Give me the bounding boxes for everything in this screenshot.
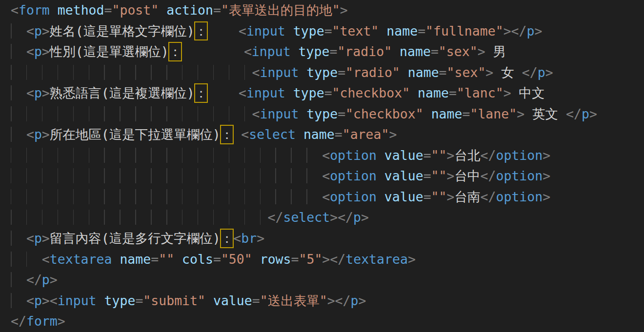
token-attribute-name: cols — [182, 252, 213, 267]
token-attribute-name: name — [408, 65, 439, 80]
code-line[interactable]: <option value="">台中</option> — [11, 166, 644, 187]
token-punctuation: < — [239, 85, 246, 100]
token-punctuation: > — [58, 313, 65, 329]
code-line[interactable]: </p> — [11, 270, 644, 291]
token-text: 姓名(這是單格文字欄位) — [50, 23, 195, 39]
indent-whitespace — [11, 252, 42, 267]
code-line[interactable]: <p>留言內容(這是多行文字欄位)：<br> — [11, 228, 644, 249]
token-text — [205, 293, 213, 308]
token-tag-name: input — [246, 23, 285, 39]
code-line[interactable]: <input type="radio" name="sex"> 女 </p> — [11, 62, 644, 83]
token-punctuation: </ — [481, 168, 496, 183]
token-text: 中文 — [511, 85, 545, 100]
token-punctuation: > — [503, 23, 511, 39]
token-attribute-name: type — [299, 44, 330, 59]
token-punctuation: > — [543, 148, 550, 163]
token-punctuation: </ — [330, 252, 345, 267]
token-punctuation: </ — [481, 148, 496, 163]
token-string: "fullname" — [425, 23, 503, 39]
token-punctuation: < — [322, 148, 330, 163]
token-punctuation: > — [589, 106, 597, 121]
token-string: "" — [431, 189, 447, 204]
token-punctuation: > — [42, 23, 50, 39]
indent-whitespace — [11, 65, 252, 80]
token-tag-name: p — [34, 23, 42, 39]
token-punctuation: > — [408, 252, 416, 267]
token-tag-name: p — [34, 231, 42, 246]
code-line[interactable]: <p>熟悉語言(這是複選欄位)： <input type="checkbox" … — [11, 83, 644, 104]
token-text: 熟悉語言(這是複選欄位) — [50, 85, 195, 100]
token-string: "checkbox" — [332, 85, 410, 100]
code-line[interactable]: <form method="post" action="表單送出的目的地"> — [11, 0, 644, 21]
indent-whitespace — [11, 23, 26, 39]
code-line[interactable]: <p><input type="submit" value="送出表單"></p… — [11, 291, 644, 312]
token-attribute-name: type — [104, 293, 136, 308]
token-text — [410, 85, 418, 100]
indent-whitespace — [11, 106, 252, 121]
unicode-highlighted-colon: ： — [169, 41, 182, 62]
unicode-highlighted-colon: ： — [221, 228, 234, 249]
token-text: 留言內容(這是多行文字欄位) — [50, 231, 221, 246]
token-tag-name: p — [582, 106, 589, 121]
token-string: "radio" — [337, 44, 392, 59]
token-punctuation: < — [26, 127, 34, 142]
token-string: "submit" — [143, 293, 205, 308]
token-punctuation: = — [335, 127, 342, 142]
token-punctuation: < — [322, 168, 330, 183]
indent-whitespace — [11, 168, 322, 183]
token-string: "radio" — [345, 65, 400, 80]
token-punctuation: < — [252, 65, 260, 80]
token-string: "checkbox" — [345, 106, 423, 121]
token-text: 英文 — [524, 106, 566, 121]
code-line[interactable]: </form> — [11, 311, 644, 332]
token-punctuation: </ — [481, 189, 496, 204]
token-tag-name: select — [249, 127, 296, 142]
token-punctuation: = — [462, 106, 470, 121]
code-line[interactable]: <input type="checkbox" name="lane"> 英文 <… — [11, 104, 644, 125]
token-attribute-name: name — [400, 44, 431, 59]
code-line[interactable]: <option value="">台南</option> — [11, 187, 644, 208]
indent-whitespace — [11, 148, 322, 163]
token-punctuation: = — [104, 2, 112, 18]
token-punctuation: > — [42, 293, 50, 308]
indent-whitespace — [11, 210, 268, 225]
token-string: "post" — [112, 2, 159, 18]
code-line[interactable]: <option value="">台北</option> — [11, 145, 644, 166]
token-text — [296, 127, 303, 142]
indent-whitespace — [11, 272, 26, 287]
token-attribute-name: name — [303, 127, 335, 142]
token-tag-name: p — [42, 272, 50, 287]
token-text — [112, 252, 120, 267]
token-text — [252, 252, 260, 267]
token-tag-name: option — [496, 189, 543, 204]
token-tag-name: p — [34, 85, 42, 100]
token-punctuation: > — [42, 44, 50, 59]
token-punctuation: < — [50, 293, 58, 308]
token-punctuation: < — [26, 44, 34, 59]
token-punctuation: = — [324, 23, 332, 39]
token-string: "sex" — [447, 65, 486, 80]
indent-whitespace — [11, 189, 322, 204]
token-punctuation: </ — [268, 210, 283, 225]
code-line[interactable]: <textarea name="" cols="50" rows="5"></t… — [11, 249, 644, 270]
token-punctuation: > — [361, 210, 369, 225]
code-line[interactable]: <p>姓名(這是單格文字欄位)： <input type="text" name… — [11, 21, 644, 42]
token-attribute-name: action — [166, 2, 213, 18]
token-text — [400, 65, 408, 80]
token-punctuation: > — [327, 293, 335, 308]
token-string: "text" — [332, 23, 379, 39]
token-punctuation: = — [213, 252, 221, 267]
token-punctuation: = — [418, 23, 425, 39]
token-string: "sex" — [439, 44, 478, 59]
token-punctuation: < — [26, 231, 34, 246]
token-tag-name: form — [19, 2, 50, 18]
indent-whitespace — [11, 127, 26, 142]
code-line[interactable]: <p>性別(這是單選欄位)： <input type="radio" name=… — [11, 41, 644, 62]
code-editor[interactable]: <form method="post" action="表單送出的目的地"> <… — [0, 0, 644, 332]
token-text — [174, 252, 182, 267]
token-tag-name: input — [260, 106, 299, 121]
code-line[interactable]: </select></p> — [11, 207, 644, 228]
token-tag-name: p — [353, 210, 361, 225]
token-punctuation: > — [535, 23, 543, 39]
code-line[interactable]: <p>所在地區(這是下拉選單欄位)： <select name="area"> — [11, 124, 644, 145]
